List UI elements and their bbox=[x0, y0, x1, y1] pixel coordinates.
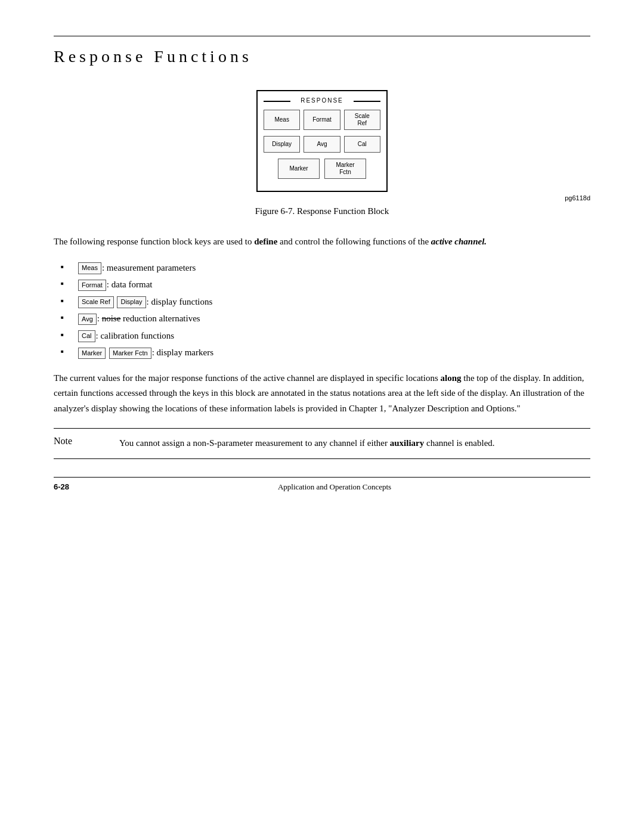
along-bold: along bbox=[441, 373, 462, 383]
marker-key: Marker bbox=[278, 159, 320, 179]
footer: 6-28 Application and Operation Concepts bbox=[54, 477, 590, 492]
bullet-format-text: : data format bbox=[107, 280, 153, 289]
avg-inline-key: Avg bbox=[78, 314, 97, 325]
define-bold: define bbox=[254, 237, 277, 246]
bullet-scale-display: Scale Ref Display: display functions bbox=[72, 293, 590, 311]
note-text: You cannot assign a non-S-parameter meas… bbox=[119, 436, 590, 451]
display-key: Display bbox=[264, 136, 300, 153]
bullet-list: Meas: measurement parameters Format: dat… bbox=[54, 259, 590, 361]
cal-key: Cal bbox=[344, 136, 380, 153]
marker-fctn-key: MarkerFctn bbox=[324, 159, 366, 179]
btn-row-3: Marker MarkerFctn bbox=[264, 159, 380, 179]
note-section: Note You cannot assign a non-S-parameter… bbox=[54, 428, 590, 459]
page-container: Response Functions RESPONSE Meas Format … bbox=[0, 0, 644, 525]
body-paragraph: The current values for the major respons… bbox=[54, 371, 590, 417]
avg-key: Avg bbox=[304, 136, 340, 153]
scale-ref-key: ScaleRef bbox=[344, 110, 380, 130]
auxiliary-bold: auxiliary bbox=[390, 438, 425, 448]
note-label: Note bbox=[54, 436, 95, 451]
figure-container: RESPONSE Meas Format ScaleRef Display Av… bbox=[54, 90, 590, 216]
bullet-cal-text: : calibration functions bbox=[96, 331, 175, 340]
bullet-avg-text: : noise reduction alternatives bbox=[97, 314, 200, 323]
bullet-format: Format: data format bbox=[72, 276, 590, 293]
response-label: RESPONSE bbox=[296, 97, 348, 104]
response-label-bar: RESPONSE bbox=[264, 97, 380, 104]
bullet-cal: Cal: calibration functions bbox=[72, 327, 590, 345]
top-rule bbox=[54, 36, 590, 36]
marker-inline-key: Marker bbox=[78, 348, 106, 359]
format-key: Format bbox=[304, 110, 340, 130]
response-block-diagram: RESPONSE Meas Format ScaleRef Display Av… bbox=[256, 90, 388, 192]
intro-paragraph: The following response function block ke… bbox=[54, 234, 590, 250]
footer-title: Application and Operation Concepts bbox=[79, 482, 590, 492]
meas-inline-key: Meas bbox=[78, 262, 101, 274]
display-inline-key: Display bbox=[117, 296, 145, 308]
footer-page-number: 6-28 bbox=[54, 482, 69, 491]
cal-inline-key: Cal bbox=[78, 330, 95, 342]
btn-row-1: Meas Format ScaleRef bbox=[264, 110, 380, 130]
pg-label: pg6118d bbox=[459, 194, 590, 202]
page-title: Response Functions bbox=[54, 47, 590, 66]
scale-ref-inline-key: Scale Ref bbox=[78, 296, 114, 308]
bullet-scale-display-text: : display functions bbox=[147, 297, 213, 306]
format-inline-key: Format bbox=[78, 280, 106, 291]
bullet-marker-text: : display markers bbox=[152, 348, 213, 357]
bullet-marker: Marker Marker Fctn: display markers bbox=[72, 344, 590, 361]
active-channel-italic: active channel. bbox=[431, 237, 487, 246]
btn-row-2: Display Avg Cal bbox=[264, 136, 380, 153]
meas-key: Meas bbox=[264, 110, 300, 130]
bullet-meas: Meas: measurement parameters bbox=[72, 259, 590, 277]
marker-fctn-inline-key: Marker Fctn bbox=[109, 348, 151, 359]
bullet-avg: Avg: noise reduction alternatives bbox=[72, 310, 590, 327]
figure-caption: Figure 6-7. Response Function Block bbox=[255, 206, 389, 216]
bullet-meas-text: : measurement parameters bbox=[102, 263, 196, 272]
